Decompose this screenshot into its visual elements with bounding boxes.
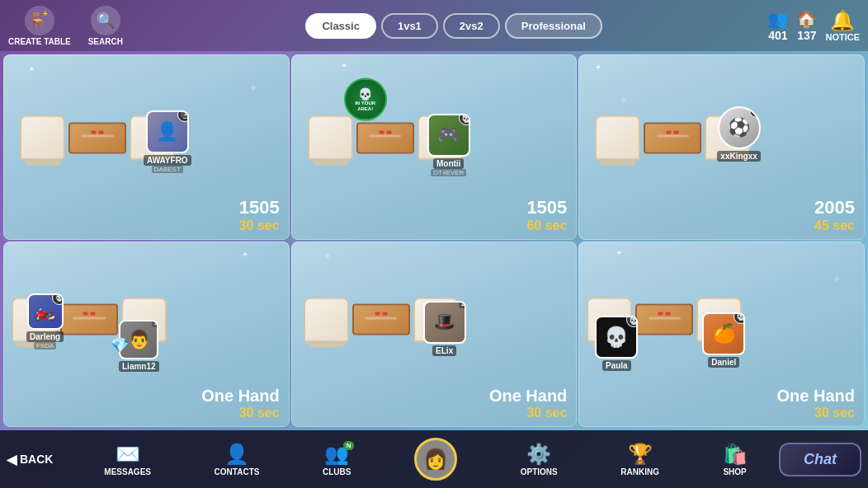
player-montii: 🎮 💀 Montii OT4EVER <box>427 114 470 176</box>
score-time-1: 30 sec <box>239 218 280 233</box>
tab-2vs2[interactable]: 2vs2 <box>443 13 500 39</box>
chair-left <box>304 297 349 342</box>
chat-button[interactable]: Chat <box>779 443 861 476</box>
player-name-paula: Paula <box>602 360 631 371</box>
notice-button[interactable]: 🔔 NOTICE <box>825 9 860 42</box>
game-table <box>635 304 693 336</box>
score-pts-1: 1505 <box>239 197 280 218</box>
back-button[interactable]: ◀ BACK <box>7 452 73 467</box>
table-cell-6[interactable]: ✦ ✧ 💀 💀 Paula 🍊 💀 Daniel One Han <box>578 242 865 427</box>
player-name-darleng: Darleng <box>26 331 64 342</box>
avatar-paula: 💀 💀 <box>595 316 638 359</box>
skull-badge-daniel: 💀 <box>734 312 745 324</box>
player-daniel: 🍊 💀 Daniel <box>702 312 745 368</box>
nav-clubs[interactable]: 👥 N CLUBS <box>323 443 351 476</box>
contacts-icon: 👤 <box>224 443 249 466</box>
table-count: 🏠 137 <box>796 9 817 42</box>
create-table-button[interactable]: 🪑+ CREATE TABLE <box>8 6 71 46</box>
create-table-icon: 🪑+ <box>25 6 54 35</box>
one-hand-label-5: One Hand <box>489 387 567 405</box>
skull-icon: 💀 <box>459 114 470 125</box>
game-table <box>68 122 126 153</box>
table-cell-4[interactable]: ✦ 🏍️ 💀 Darleng FSDA 👨 1 💎 <box>3 242 290 427</box>
score-time-4: 30 sec <box>201 406 279 420</box>
nav-shop[interactable]: 🛍️ SHOP <box>723 443 748 476</box>
skull-icon: 💀 <box>749 106 761 118</box>
player-name-awayfro: AWAYFRO <box>144 155 191 166</box>
nav-contacts[interactable]: 👤 CONTACTS <box>215 443 260 476</box>
sparkle: ✦ <box>28 64 35 73</box>
sparkle: ✧ <box>324 251 331 260</box>
score-time-5: 30 sec <box>489 406 567 420</box>
chair-left <box>308 115 353 161</box>
player-sub-montii: OT4EVER <box>431 169 466 176</box>
ranking-icon: 🏆 <box>628 443 653 466</box>
nav-options[interactable]: ⚙️ OPTIONS <box>521 443 558 476</box>
clubs-badge: N <box>343 441 355 450</box>
one-hand-label-4: One Hand <box>201 387 279 405</box>
nav-ranking[interactable]: 🏆 RANKING <box>620 443 659 476</box>
one-hand-label-6: One Hand <box>777 387 855 405</box>
score-info-5: One Hand 30 sec <box>489 387 567 420</box>
game-table <box>644 122 701 153</box>
score-time-3: 45 sec <box>814 218 855 233</box>
tab-professional[interactable]: Professional <box>505 13 602 39</box>
back-arrow-icon: ◀ <box>7 452 17 467</box>
chair-left <box>20 115 65 161</box>
score-pts-3: 2005 <box>814 197 855 218</box>
nav-messages[interactable]: ✉️ MESSAGES <box>104 443 151 476</box>
score-time-2: 60 sec <box>526 218 567 233</box>
score-pts-2: 1505 <box>526 197 567 218</box>
level-badge: 2 <box>459 301 465 308</box>
sparkle: ✧ <box>620 96 626 105</box>
search-button[interactable]: 🔍 SEARCH <box>81 6 130 46</box>
table-cell-3[interactable]: ✦ ✧ ⚽ 💀 xxKingxx 2005 45 sec <box>578 54 865 240</box>
player-name-montii: Montii <box>433 158 464 169</box>
score-info-6: One Hand 30 sec <box>777 387 855 420</box>
chair-left <box>595 115 640 161</box>
profile-avatar[interactable]: 👩 <box>414 438 457 481</box>
player-sub-awayfro: DABEST <box>152 166 183 173</box>
avatar-daniel: 🍊 💀 <box>702 312 745 355</box>
shop-icon: 🛍️ <box>723 443 748 466</box>
player-name-daniel: Daniel <box>708 357 739 368</box>
table-cell-2[interactable]: ✦ 💀 IN YOURAREA! 🎮 💀 Montii OT4EVER 1505 <box>291 54 578 240</box>
sparkle: ✦ <box>341 61 347 70</box>
player-sub-darleng: FSDA <box>34 342 56 350</box>
player-awayfro: 👤 💀 2 AWAYFRO DABEST <box>144 110 191 173</box>
skull-badge-paula: 💀 <box>626 316 638 327</box>
avatar-darleng: 🏍️ 💀 <box>27 293 64 330</box>
player-name-elix: ELix <box>432 345 456 356</box>
table-cell-1[interactable]: ✦ ✧ 👤 💀 2 AWAYFRO DABEST 1505 30 sec <box>3 54 290 240</box>
online-count: 👥 401 <box>767 9 788 42</box>
score-info-2: 1505 60 sec <box>526 197 567 233</box>
tab-classic[interactable]: Classic <box>305 13 376 39</box>
player-paula: 💀 💀 Paula <box>595 316 638 371</box>
nav-items: ✉️ MESSAGES 👤 CONTACTS 👥 N CLUBS 👩 ⚙️ OP… <box>73 438 779 481</box>
tab-group: Classic 1vs1 2vs2 Professional <box>140 13 768 39</box>
bottom-bar: ◀ BACK ✉️ MESSAGES 👤 CONTACTS 👥 N CLUBS … <box>0 430 868 488</box>
game-table <box>352 304 410 336</box>
avatar-elix: 🎩 2 <box>423 301 466 344</box>
table-cell-5[interactable]: ✧ 🎩 2 ELix One Hand 30 sec <box>291 242 578 427</box>
avatar-montii: 🎮 💀 <box>427 114 470 157</box>
player-xxkingxx: ⚽ 💀 xxKingxx <box>717 106 760 162</box>
in-your-area-badge: 💀 IN YOURAREA! <box>344 77 387 120</box>
search-icon: 🔍 <box>91 6 120 35</box>
tab-1vs1[interactable]: 1vs1 <box>381 13 438 39</box>
top-right-area: 👥 401 🏠 137 🔔 NOTICE <box>767 9 860 42</box>
sparkle: ✧ <box>833 274 840 284</box>
player-liamn12: 👨 1 💎 Liamn12 <box>119 320 159 372</box>
skull-icon: 💀 <box>604 326 629 349</box>
player-name-liamn12: Liamn12 <box>119 361 159 372</box>
sparkle: ✦ <box>616 248 622 257</box>
options-icon: ⚙️ <box>526 443 551 466</box>
score-time-6: 30 sec <box>777 406 855 420</box>
game-table: 💀 IN YOURAREA! <box>356 122 414 153</box>
gem-icon: 💎 <box>111 336 129 354</box>
avatar-xxkingxx: ⚽ 💀 <box>718 106 761 149</box>
sparkle: ✦ <box>595 63 601 72</box>
player-name-xxkingxx: xxKingxx <box>717 151 760 162</box>
sparkle: ✧ <box>250 83 257 92</box>
sparkle: ✦ <box>242 250 248 259</box>
